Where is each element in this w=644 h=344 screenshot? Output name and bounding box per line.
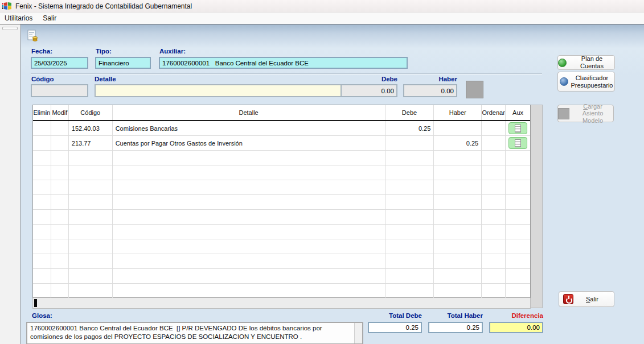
grid-horizontal-scrollbar[interactable] [32,298,531,309]
haber-entry-label: Haber [403,76,457,82]
cell-haber: 0.25 [434,136,482,150]
column-header-ordenar[interactable]: Ordenar [482,105,506,120]
codigo-entry-input[interactable] [31,84,88,97]
total-debe-field [368,322,422,333]
cell-ordenar [482,210,506,224]
clasificador-label: Clasificador Presupuestario [571,74,613,89]
table-row[interactable] [33,165,530,180]
salir-button[interactable]: Salir [559,291,614,307]
table-row[interactable] [33,195,530,210]
debe-entry-input[interactable] [341,84,397,97]
table-row[interactable] [33,254,530,269]
cell-modif [51,151,69,165]
table-row[interactable] [33,269,530,284]
cell-ordenar [482,225,506,239]
cell-haber [434,269,482,283]
table-row[interactable] [33,239,530,254]
title-bar: Fenix - Sistema Integrado de Contabilida… [0,0,644,13]
cell-haber [434,210,482,224]
detalle-entry-label: Detalle [95,76,116,82]
table-row[interactable] [33,210,530,225]
cell-debe [385,136,434,150]
entries-table-body: 152.40.03Comisiones Bancarias0.25213.77C… [33,121,530,299]
column-header-codigo[interactable]: Código [69,105,113,120]
menu-salir[interactable]: Salir [43,14,56,22]
cell-codigo: 213.77 [69,136,113,150]
add-entry-button[interactable] [466,81,483,98]
column-header-elimin[interactable]: Elimin [33,105,51,120]
cell-aux [506,180,530,194]
plan-de-cuentas-button[interactable]: Plan de Cuentas [557,55,615,70]
menu-bar: Utilitarios Salir [0,13,644,24]
cell-detalle [113,195,385,209]
table-row[interactable]: 152.40.03Comisiones Bancarias0.25 [33,121,530,136]
cell-ordenar [482,136,506,150]
salir-label: Salir [586,296,598,303]
cell-detalle [113,284,385,298]
table-row[interactable] [33,225,530,239]
app-icon [2,2,12,11]
aux-button[interactable] [508,137,527,149]
table-row[interactable] [33,180,530,195]
cell-haber [434,151,482,165]
cell-detalle: Cuentas por Pagar Otros Gastos de Invers… [113,136,385,150]
cell-haber [434,180,482,194]
cell-elimin [33,239,51,254]
table-row[interactable] [33,284,530,299]
column-header-haber[interactable]: Haber [434,105,482,120]
codigo-entry-label: Código [31,76,54,82]
gray-square-icon [558,108,569,119]
cell-codigo [69,210,113,224]
menu-utilitarios[interactable]: Utilitarios [5,14,32,22]
cell-debe [385,151,434,165]
cell-elimin [33,136,51,150]
cell-modif [51,195,69,209]
glosa-textarea[interactable]: 1760002600001 Banco Central del Ecuador … [26,322,363,344]
clasificador-presupuestario-button[interactable]: Clasificador Presupuestario [557,72,615,92]
cell-codigo [69,254,113,268]
haber-entry-input[interactable] [403,84,457,97]
aux-button[interactable] [508,122,527,134]
cell-modif [51,239,69,254]
debe-entry-label: Debe [341,76,397,82]
cell-elimin [33,254,51,268]
cell-ordenar [482,195,506,209]
cell-haber [434,254,482,268]
cell-debe [385,195,434,209]
entries-grid-header: EliminModifCódigoDetalleDebeHaberOrdenar… [33,105,530,121]
tipo-input[interactable] [95,57,151,69]
panel-splitter-handle[interactable] [2,27,18,30]
detalle-entry-input[interactable] [95,84,347,97]
grid-vertical-scrollbar[interactable] [531,105,543,308]
total-haber-label: Total Haber [428,312,483,319]
window-title: Fenix - Sistema Integrado de Contabilida… [15,2,192,10]
cell-aux [506,284,530,298]
cell-detalle [113,225,385,239]
left-panel [0,24,20,344]
journal-toolbar-icon[interactable] [26,29,40,43]
cell-ordenar [482,239,506,254]
glosa-scrollbar[interactable] [354,323,362,343]
cell-debe [385,254,434,268]
cell-aux [506,136,530,150]
diferencia-field [489,322,543,333]
hscroll-thumb[interactable] [34,299,37,307]
column-header-debe[interactable]: Debe [385,105,434,120]
cell-ordenar [482,269,506,283]
cell-debe: 0.25 [385,121,434,135]
cell-ordenar [482,180,506,194]
column-header-detalle[interactable]: Detalle [113,105,385,120]
column-header-aux[interactable]: Aux [506,105,530,120]
cargar-asiento-modelo-button[interactable]: Cargar AsientoModelo [557,105,614,122]
auxiliar-input[interactable] [159,57,408,69]
cell-detalle [113,254,385,268]
fecha-input[interactable] [31,57,88,69]
table-row[interactable]: 213.77Cuentas por Pagar Otros Gastos de … [33,136,530,151]
column-header-modif[interactable]: Modif [51,105,69,120]
separator-line [31,73,542,74]
table-row[interactable] [33,151,530,165]
total-debe-label: Total Debe [368,312,422,319]
blue-sphere-icon [560,77,568,86]
cell-codigo [69,269,113,283]
cargar-asiento-label: Cargar AsientoModelo [572,103,613,125]
